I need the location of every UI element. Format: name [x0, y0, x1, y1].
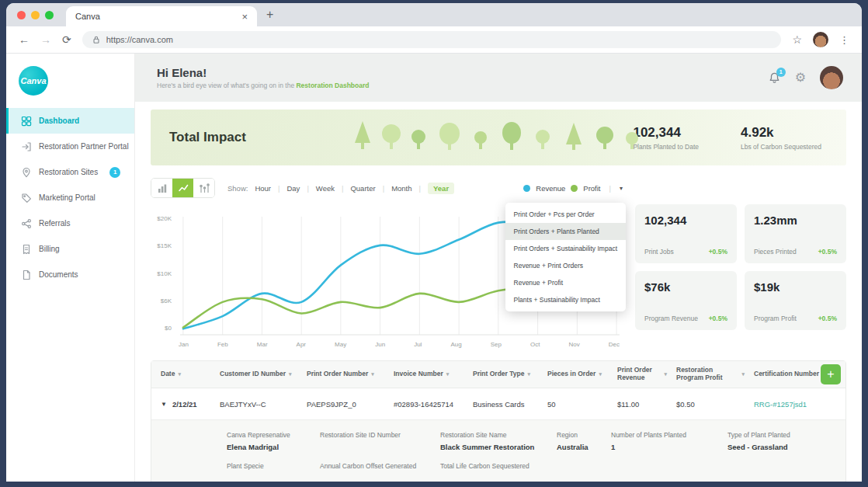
card-delta: +0.5% — [818, 315, 837, 322]
table-row[interactable]: ▼ 2/12/21 BAEJTYxV--C PAEPS9JPZ_0 #02893… — [151, 388, 845, 419]
sidebar-item-referrals[interactable]: Referrals — [6, 210, 134, 236]
close-window-button[interactable] — [17, 11, 26, 19]
chart-section: Show: Hour Day Week Quarter Month Year — [151, 178, 846, 348]
certification-number-link[interactable]: RRG-#1257jsd1 — [745, 400, 825, 409]
column-header-print-order-type[interactable]: Print Order Type▾ — [464, 370, 538, 378]
period-quarter[interactable]: Quarter — [350, 184, 384, 193]
cell-date: ▼ 2/12/21 — [151, 400, 210, 409]
restoration-dashboard-link[interactable]: Restoration Dashboard — [296, 82, 369, 89]
dropdown-item-revenue-profit[interactable]: Revenue + Profit — [505, 274, 626, 291]
sidebar-item-dashboard[interactable]: Dashboard — [6, 108, 134, 134]
user-avatar[interactable] — [820, 66, 843, 89]
reload-icon[interactable]: ⟳ — [62, 34, 71, 45]
line-chart-icon — [178, 183, 189, 193]
dropdown-item-plants-sustainability[interactable]: Plants + Sustainability Impact — [505, 291, 626, 308]
detail-label: Restoration Site Name — [440, 431, 549, 439]
period-year[interactable]: Year — [428, 183, 454, 194]
column-header-pieces-in-order[interactable]: Pieces in Order▾ — [538, 370, 608, 378]
notifications-button[interactable]: 1 — [768, 71, 781, 85]
x-tick: Mar — [257, 341, 268, 348]
total-impact-banner: Total Impact — [151, 110, 846, 165]
browser-tab-strip: Canva × + — [6, 3, 862, 26]
stem-chart-toggle-button[interactable] — [193, 179, 214, 197]
line-chart-toggle-button[interactable] — [172, 179, 193, 197]
profit-legend-label[interactable]: Profit — [583, 184, 600, 193]
sort-chevron-icon: ▾ — [178, 371, 181, 377]
x-tick: Jul — [414, 341, 422, 348]
minimize-window-button[interactable] — [31, 11, 40, 19]
dropdown-item-orders-plants[interactable]: Print Orders + Plants Planted — [505, 223, 626, 240]
banner-stat-carbon: 4.92k Lbs of Carbon Sequestered — [741, 125, 821, 151]
period-month[interactable]: Month — [391, 184, 421, 193]
x-tick: Feb — [217, 341, 228, 348]
detail-field: Total Life Carbon Sequestered — [440, 462, 845, 482]
settings-gear-icon[interactable]: ⚙ — [795, 71, 806, 84]
column-header-restoration-program-profit[interactable]: Restoration Program Profit▾ — [667, 367, 745, 382]
column-header-print-order-revenue[interactable]: Print Order Revenue▾ — [608, 367, 667, 382]
sidebar-item-documents[interactable]: Documents — [6, 262, 134, 287]
column-header-print-order-number[interactable]: Print Order Number▾ — [297, 370, 384, 378]
sidebar-item-label: Referrals — [39, 219, 71, 228]
sidebar-item-restoration-partner-portal[interactable]: Restoration Partner Portal — [6, 134, 134, 159]
row-expander-icon[interactable]: ▼ — [161, 401, 167, 408]
column-header-invoice-number[interactable]: Invoice Number▾ — [384, 370, 464, 378]
detail-value — [320, 474, 432, 482]
revenue-legend-label[interactable]: Revenue — [536, 184, 565, 193]
detail-label: Restoration Site ID Number — [320, 431, 432, 439]
column-header-date[interactable]: Date▾ — [151, 370, 210, 378]
add-row-button[interactable]: + — [821, 364, 841, 384]
browser-tab[interactable]: Canva × — [66, 6, 257, 26]
x-tick: Oct — [530, 341, 540, 348]
greeting-subtitle-text: Here's a bird eye view of what's going o… — [157, 82, 296, 89]
detail-field: Plant Specie — [227, 462, 320, 482]
browser-profile-avatar[interactable] — [813, 32, 828, 47]
sidebar-item-restoration-sites[interactable]: Restoration Sites 1 — [6, 159, 134, 185]
period-week[interactable]: Week — [316, 184, 344, 193]
address-bar[interactable]: https://canva.com — [82, 31, 782, 48]
x-tick: Jun — [375, 341, 385, 348]
card-print-jobs: 102,344 Print Jobs +0.5% — [635, 204, 737, 263]
x-tick: Apr — [297, 341, 306, 348]
app-root: Canva Dashboard Restoration Partner Port… — [6, 54, 862, 482]
bookmark-star-icon[interactable]: ☆ — [792, 33, 802, 46]
sidebar-item-marketing-portal[interactable]: Marketing Portal — [6, 185, 134, 210]
row-details-panel: Canva Represenative Elena Madrigal Resto… — [151, 419, 845, 482]
dropdown-item-order-pcs[interactable]: Print Order + Pcs per Order — [505, 206, 626, 223]
back-icon[interactable]: ← — [19, 34, 30, 45]
lock-icon — [92, 35, 101, 44]
chevron-down-icon[interactable]: ▾ — [620, 185, 623, 192]
browser-toolbar: ← → ⟳ https://canva.com ☆ ⋮ — [6, 26, 862, 54]
stem-chart-icon — [199, 183, 210, 193]
canva-logo[interactable]: Canva — [19, 66, 48, 96]
bar-chart-toggle-button[interactable] — [151, 179, 172, 197]
maximize-window-button[interactable] — [45, 11, 54, 19]
detail-label: Type of Plant Planted — [727, 431, 838, 439]
forward-icon[interactable]: → — [40, 34, 51, 45]
period-hour[interactable]: Hour — [255, 184, 279, 193]
detail-label: Plant Specie — [227, 462, 312, 470]
tab-close-icon[interactable]: × — [241, 12, 248, 22]
card-label: Program Profit — [754, 315, 797, 322]
browser-menu-icon[interactable]: ⋮ — [839, 34, 849, 46]
greeting-title: Hi Elena! — [157, 66, 369, 79]
column-header-customer-id[interactable]: Customer ID Number▾ — [210, 370, 297, 378]
new-tab-button[interactable]: + — [266, 9, 273, 21]
browser-window: Canva × + ← → ⟳ https://canva.com ☆ ⋮ Ca… — [6, 3, 862, 482]
dropdown-item-revenue-orders[interactable]: Revenue + Print Orders — [505, 257, 626, 274]
card-pieces-printed: 1.23mm Pieces Printed +0.5% — [745, 204, 846, 263]
detail-field: Type of Plant Planted Seed - Grassland — [727, 431, 845, 451]
location-pin-icon — [21, 167, 32, 178]
sidebar-item-billing[interactable]: Billing — [6, 236, 134, 262]
header-actions: 1 ⚙ — [768, 66, 843, 89]
cell-restoration-program-profit: $0.50 — [667, 400, 745, 409]
chart-x-axis: Jan Feb Mar Apr May Jun Jul Aug Sep Oc — [177, 339, 623, 348]
tag-icon — [21, 193, 32, 203]
column-header-certification-number[interactable]: Certification Number▾ — [745, 370, 825, 378]
detail-label: Total Life Carbon Sequestered — [440, 462, 838, 470]
detail-value: Black Summer Restoration — [440, 443, 549, 451]
dropdown-item-orders-sustainability[interactable]: Print Orders + Sustainability Impact — [505, 240, 626, 257]
period-day[interactable]: Day — [286, 184, 308, 193]
cell-invoice-number: #02893-16425714 — [384, 400, 464, 409]
chart-controls-left: Show: Hour Day Week Quarter Month Year — [151, 178, 454, 198]
window-controls — [17, 11, 54, 19]
